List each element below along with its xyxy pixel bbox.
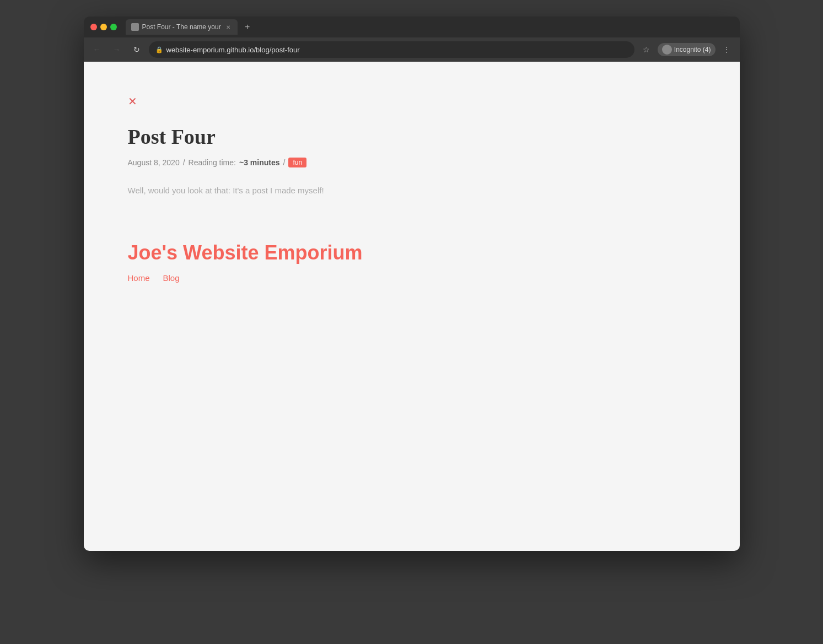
site-footer: Joe's Website Emporium Home Blog	[128, 241, 514, 283]
forward-button[interactable]: →	[109, 42, 125, 57]
minimize-button[interactable]	[100, 24, 107, 30]
incognito-icon	[662, 45, 672, 55]
maximize-button[interactable]	[110, 24, 117, 30]
meta-separator-2: /	[283, 158, 286, 167]
bookmark-button[interactable]: ☆	[639, 42, 654, 57]
reading-time-label: Reading time:	[189, 158, 236, 167]
incognito-label: Incognito (4)	[674, 46, 711, 53]
back-button[interactable]: ←	[89, 42, 105, 57]
traffic-lights	[90, 24, 117, 30]
site-name: Joe's Website Emporium	[128, 241, 514, 264]
post-meta: August 8, 2020 / Reading time: ~3 minute…	[128, 158, 514, 167]
address-bar[interactable]: 🔒 website-emporium.github.io/blog/post-f…	[149, 41, 634, 58]
post-date: August 8, 2020	[128, 158, 180, 167]
active-tab[interactable]: Post Four - The name your ✕	[126, 19, 238, 35]
title-bar: Post Four - The name your ✕ +	[84, 17, 740, 37]
browser-window: Post Four - The name your ✕ + ← → ↻ 🔒 we…	[84, 17, 740, 551]
tab-title: Post Four - The name your	[142, 23, 221, 31]
incognito-badge: Incognito (4)	[658, 43, 716, 56]
site-nav: Home Blog	[128, 273, 514, 283]
lock-icon: 🔒	[155, 46, 163, 53]
post-title: Post Four	[128, 125, 514, 149]
tab-favicon-icon	[131, 23, 139, 31]
tab-close-button[interactable]: ✕	[224, 23, 232, 31]
address-bar-actions: ☆ Incognito (4) ⋮	[639, 42, 734, 57]
page-inner: ✕ Post Four August 8, 2020 / Reading tim…	[128, 95, 514, 283]
nav-link-blog[interactable]: Blog	[163, 273, 180, 283]
close-x-icon[interactable]: ✕	[128, 95, 514, 108]
nav-link-home[interactable]: Home	[128, 273, 150, 283]
post-body-text: Well, would you look at that: It's a pos…	[128, 184, 514, 197]
reading-time-value: ~3 minutes	[239, 158, 280, 167]
page-content: ✕ Post Four August 8, 2020 / Reading tim…	[84, 62, 740, 551]
new-tab-button[interactable]: +	[240, 19, 255, 35]
close-button[interactable]	[90, 24, 97, 30]
address-bar-row: ← → ↻ 🔒 website-emporium.github.io/blog/…	[84, 37, 740, 62]
reload-button[interactable]: ↻	[129, 42, 144, 57]
url-text: website-emporium.github.io/blog/post-fou…	[166, 46, 628, 54]
browser-menu-button[interactable]: ⋮	[719, 42, 734, 57]
tag-badge[interactable]: fun	[288, 158, 306, 167]
meta-separator-1: /	[183, 158, 185, 167]
tab-bar: Post Four - The name your ✕ +	[126, 19, 733, 35]
